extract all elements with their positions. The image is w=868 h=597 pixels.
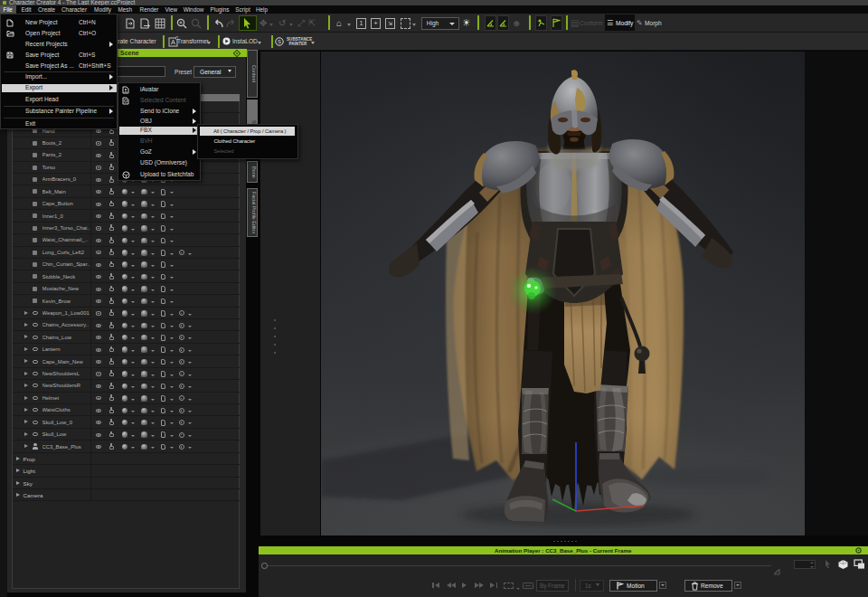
svg-text:S: S bbox=[278, 39, 281, 44]
